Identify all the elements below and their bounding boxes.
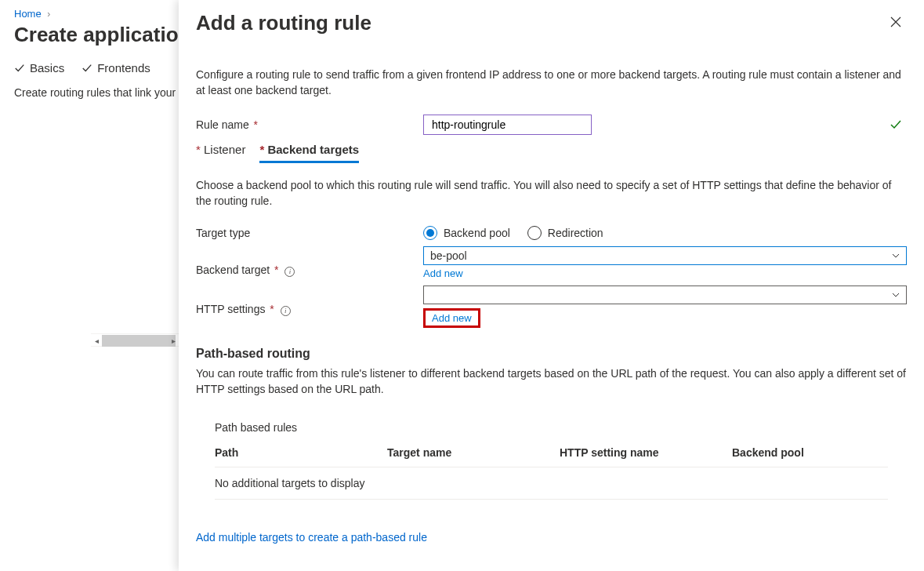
check-icon bbox=[14, 63, 25, 74]
radio-icon bbox=[527, 226, 542, 240]
path-routing-heading: Path-based routing bbox=[196, 347, 907, 361]
chevron-down-icon bbox=[892, 291, 900, 299]
backend-target-label: Backend target * i bbox=[196, 246, 423, 277]
chevron-down-icon bbox=[892, 252, 900, 260]
rule-name-input[interactable] bbox=[423, 115, 592, 135]
backend-target-dropdown[interactable]: be-pool bbox=[423, 246, 907, 265]
breadcrumb-home[interactable]: Home bbox=[14, 8, 42, 20]
radio-redirection[interactable]: Redirection bbox=[527, 226, 603, 240]
horizontal-scrollbar[interactable]: ◂ ▸ bbox=[91, 333, 179, 347]
wizard-step-frontends[interactable]: Frontends bbox=[82, 61, 150, 75]
path-rules-empty: No additional targets to display bbox=[215, 467, 888, 500]
wizard-step-basics[interactable]: Basics bbox=[14, 61, 64, 75]
tab-backend-targets[interactable]: Backend targets bbox=[259, 143, 359, 163]
check-icon bbox=[82, 63, 92, 74]
rule-name-label: Rule name * bbox=[196, 118, 423, 131]
tab-listener[interactable]: Listener bbox=[196, 143, 245, 163]
backend-description: Choose a backend pool to which this rout… bbox=[196, 177, 907, 209]
radio-label: Redirection bbox=[548, 227, 603, 239]
scroll-right-icon[interactable]: ▸ bbox=[168, 334, 179, 347]
info-icon[interactable]: i bbox=[281, 306, 291, 316]
chevron-right-icon: › bbox=[47, 9, 50, 20]
col-target: Target name bbox=[387, 446, 560, 459]
wizard-step-label: Frontends bbox=[97, 61, 150, 75]
valid-check-icon bbox=[890, 118, 902, 131]
radio-icon bbox=[423, 226, 437, 240]
close-icon[interactable] bbox=[890, 16, 902, 28]
add-new-backend-target-link[interactable]: Add new bbox=[423, 267, 463, 279]
path-rules-title: Path based rules bbox=[215, 421, 888, 434]
radio-backend-pool[interactable]: Backend pool bbox=[423, 226, 510, 240]
panel-title: Add a routing rule bbox=[196, 11, 371, 35]
http-settings-dropdown[interactable] bbox=[423, 286, 907, 304]
wizard-step-label: Basics bbox=[30, 61, 64, 75]
scrollbar-thumb[interactable] bbox=[102, 335, 176, 347]
info-icon[interactable]: i bbox=[284, 267, 295, 277]
target-type-label: Target type bbox=[196, 227, 423, 239]
http-settings-label: HTTP settings * i bbox=[196, 286, 423, 316]
col-pool: Backend pool bbox=[732, 446, 888, 459]
panel-description: Configure a routing rule to send traffic… bbox=[196, 67, 907, 99]
col-http: HTTP setting name bbox=[560, 446, 732, 459]
add-new-http-settings-link[interactable]: Add new bbox=[423, 308, 480, 328]
add-multiple-targets-link[interactable]: Add multiple targets to create a path-ba… bbox=[196, 531, 427, 544]
scroll-left-icon[interactable]: ◂ bbox=[91, 334, 102, 347]
radio-label: Backend pool bbox=[444, 227, 510, 239]
panel-tabs: Listener Backend targets bbox=[196, 143, 907, 163]
path-routing-description: You can route traffic from this rule's l… bbox=[196, 366, 907, 398]
col-path: Path bbox=[215, 446, 387, 459]
dropdown-value: be-pool bbox=[430, 249, 467, 262]
add-routing-rule-panel: Add a routing rule Configure a routing r… bbox=[179, 0, 924, 571]
path-rules-header: Path Target name HTTP setting name Backe… bbox=[215, 446, 888, 467]
